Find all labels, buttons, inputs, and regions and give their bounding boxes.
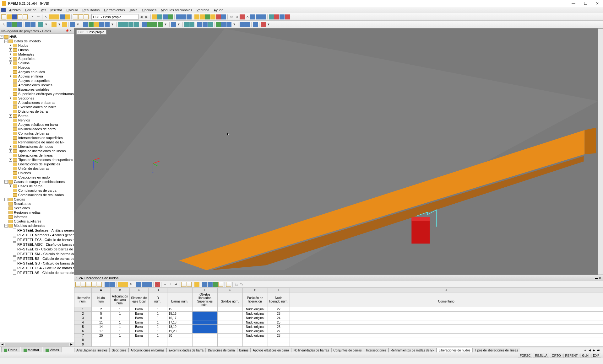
navigator-tree[interactable]: −HVB−Datos del modelo+Nudos+Líneas+Mater… xyxy=(0,34,74,342)
nav-tab-mostrar[interactable]: Mostrar xyxy=(21,347,42,352)
loadcase-combo[interactable] xyxy=(91,14,139,20)
tree-module[interactable]: RF-STEEL EC3 - Cálculo de barras de acer… xyxy=(0,237,74,242)
expander-icon[interactable]: + xyxy=(9,48,12,52)
t2-ab-icon[interactable]: ▼ xyxy=(163,22,168,27)
tree-item-superficies[interactable]: +Superficies xyxy=(0,56,74,61)
t2-z-icon[interactable] xyxy=(152,22,157,27)
t2-aa-icon[interactable] xyxy=(158,22,163,27)
t2-j-icon[interactable]: ▼ xyxy=(57,22,62,27)
save-all-icon[interactable] xyxy=(17,14,22,19)
zoom-win-icon[interactable] xyxy=(54,14,59,19)
expander-icon[interactable]: + xyxy=(9,53,12,56)
tree-item-uniones[interactable]: Uniones xyxy=(0,171,74,175)
new-icon[interactable] xyxy=(1,14,6,19)
table-tab-apoyos-el-sticos-en-barra[interactable]: Apoyos elásticos en barra xyxy=(251,348,291,352)
tree-item-s-lidos[interactable]: +Sólidos xyxy=(0,61,74,65)
tt-d-icon[interactable] xyxy=(91,282,96,287)
tab-nav-0[interactable]: ⏮ xyxy=(583,349,587,352)
tb-n-icon[interactable] xyxy=(240,14,245,19)
table-tab-tipos-de-liberaciones-de-l-neas[interactable]: Tipos de liberaciones de líneas xyxy=(473,348,520,352)
prev-icon[interactable]: ◀ xyxy=(139,14,144,19)
tree-item-materiales[interactable]: +Materiales xyxy=(0,52,74,56)
t2-y-icon[interactable] xyxy=(147,22,152,27)
tree-other-regiones-medias[interactable]: Regiones medias xyxy=(0,210,74,215)
redo-icon[interactable]: ↷ xyxy=(36,14,41,19)
tb-t-icon[interactable] xyxy=(274,14,279,19)
tb-b-icon[interactable] xyxy=(168,14,173,19)
t2-s-icon[interactable]: ▼ xyxy=(110,22,115,27)
t2-ap-icon[interactable] xyxy=(253,22,258,27)
t2-am-icon[interactable]: ▼ xyxy=(232,22,237,27)
tree-item-apoyos-en-l-nea[interactable]: +Apoyos en línea xyxy=(0,74,74,78)
tree-item-espesores-variables[interactable]: Espesores variables xyxy=(0,87,74,92)
t2-aj-icon[interactable] xyxy=(216,22,221,27)
tree-item-uni-n-de-dos-barras[interactable]: Unión de dos barras xyxy=(0,166,74,171)
tt-o-icon[interactable]: ⇄ xyxy=(173,282,178,287)
tree-root[interactable]: −HVB xyxy=(0,35,74,39)
expander-icon[interactable]: + xyxy=(9,145,12,148)
table-tab-liberaciones-de-nudos[interactable]: Liberaciones de nudos xyxy=(437,348,473,352)
menu-resultados[interactable]: Resultados xyxy=(80,8,102,13)
menu-módulos-adicionales[interactable]: Módulos adicionales xyxy=(159,8,194,13)
t2-m-icon[interactable]: ▼ xyxy=(75,22,80,27)
table-tab-secciones[interactable]: Secciones xyxy=(110,348,128,352)
table-close-icon[interactable]: ✕ xyxy=(598,276,601,280)
menu-herramientas[interactable]: Herramientas xyxy=(102,8,127,13)
tb-k-icon[interactable] xyxy=(221,14,226,19)
tree-item-divisiones-de-barra[interactable]: Divisiones de barra xyxy=(0,109,74,114)
table-row[interactable]: 7201Barra120Nudo original28 xyxy=(74,334,603,338)
tab-nav-3[interactable]: ⏭ xyxy=(596,349,600,352)
tree-item-tipos-de-liberaciones-de-superficies[interactable]: +Tipos de liberaciones de superficies xyxy=(0,158,74,162)
expander-icon[interactable]: + xyxy=(9,185,12,188)
tree-other-resultados[interactable]: Resultados xyxy=(0,201,74,206)
t2-l-icon[interactable] xyxy=(70,22,75,27)
tree-lc-combinaciones-de-resultados[interactable]: Combinaciones de resultados xyxy=(0,193,74,197)
tree-item-refinamientos-de-malla-de-ef[interactable]: Refinamientos de malla de EF xyxy=(0,140,74,144)
tree-lc-combinaciones-de-carga[interactable]: Combinaciones de carga xyxy=(0,188,74,193)
t2-ao-icon[interactable] xyxy=(245,22,250,27)
close-button[interactable]: ✕ xyxy=(594,1,601,6)
tb-v-icon[interactable] xyxy=(285,14,290,19)
menu-opciones[interactable]: Opciones xyxy=(140,8,159,13)
tree-module[interactable]: RF-STEEL AS - Cálculo de barras de acero… xyxy=(0,270,74,275)
table-tab-intersecciones[interactable]: Intersecciones xyxy=(364,348,388,352)
menu-cálculo[interactable]: Cálculo xyxy=(64,8,80,13)
view2-icon[interactable] xyxy=(78,14,83,19)
tree-model-data[interactable]: −Datos del modelo xyxy=(0,39,74,43)
status-dxf[interactable]: DXF xyxy=(591,354,601,358)
status-rejilla[interactable]: REJILLA xyxy=(533,354,549,358)
t2-ae-icon[interactable] xyxy=(184,22,189,27)
save-icon[interactable] xyxy=(12,14,17,19)
tree-item-apoyos-el-sticos-en-barra[interactable]: Apoyos elásticos en barra xyxy=(0,122,74,127)
t2-c-icon[interactable] xyxy=(12,22,17,27)
tree-item-liberaciones-de-l-neas[interactable]: Liberaciones de líneas xyxy=(0,153,74,158)
expander-icon[interactable]: + xyxy=(9,75,12,78)
tb-m-icon[interactable]: ⊕ xyxy=(234,14,239,19)
menu-ayuda[interactable]: Ayuda xyxy=(211,8,225,13)
table-row[interactable]: 10 xyxy=(74,347,603,347)
table-tab-divisiones-de-barra[interactable]: Divisiones de barra xyxy=(206,348,237,352)
t2-an-icon[interactable] xyxy=(240,22,245,27)
viewport-vscroll[interactable] xyxy=(598,29,603,275)
tt-k-icon[interactable] xyxy=(142,282,147,287)
tb-c-icon[interactable] xyxy=(176,14,181,19)
expander-icon[interactable]: − xyxy=(4,40,8,43)
t2-q-icon[interactable] xyxy=(99,22,104,27)
tree-item-conjuntos-de-barras[interactable]: Conjuntos de barras xyxy=(0,131,74,136)
tb-i-icon[interactable] xyxy=(210,14,215,19)
table-min-icon[interactable]: ▬ xyxy=(595,276,598,280)
nav-tab-datos[interactable]: Datos xyxy=(1,347,20,352)
t2-r-icon[interactable] xyxy=(105,22,110,27)
tb-e-icon[interactable] xyxy=(187,14,192,19)
tt-g-icon[interactable] xyxy=(110,282,115,287)
tt-l-icon[interactable] xyxy=(147,282,152,287)
expander-icon[interactable]: − xyxy=(4,224,8,228)
zoom-all-icon[interactable] xyxy=(65,14,70,19)
zoom-icon[interactable] xyxy=(49,14,54,19)
table-tab-refinamientos-de-mallas-de-ef[interactable]: Refinamientos de mallas de EF xyxy=(388,348,437,352)
t2-ag-icon[interactable] xyxy=(197,22,202,27)
select-icon[interactable]: ↖ xyxy=(44,14,49,19)
3d-viewport[interactable]: z z CC1 : Peso propio xyxy=(74,28,603,275)
tree-item-huecos[interactable]: Huecos xyxy=(0,65,74,70)
table-row[interactable]: 381Barra116,17Nudo original24 xyxy=(74,316,603,320)
